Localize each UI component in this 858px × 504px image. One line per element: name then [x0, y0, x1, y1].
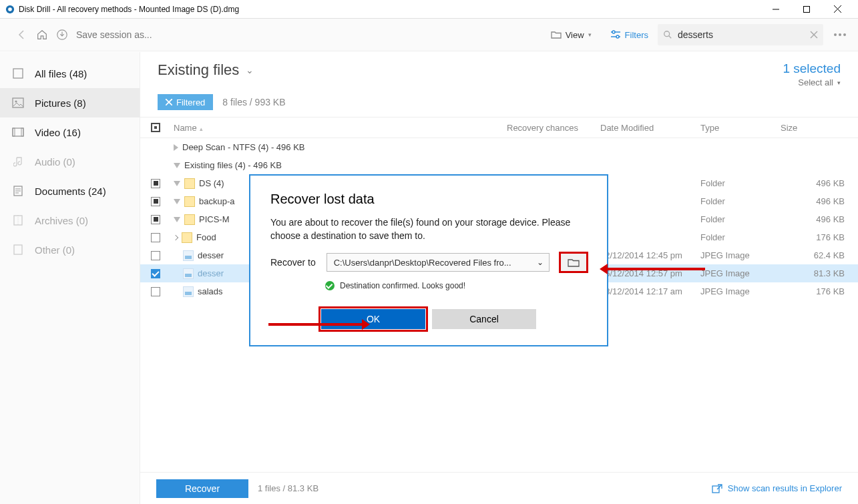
row-size: 496 KB	[778, 214, 851, 224]
annotation-arrow-to-ok	[268, 323, 363, 326]
home-button[interactable]	[32, 25, 52, 45]
row-type: JPEG Image	[698, 250, 778, 260]
sidebar-item-label: Audio (0)	[35, 156, 75, 168]
collapse-down-icon[interactable]	[174, 217, 180, 222]
page-title-label: Existing files	[158, 61, 239, 79]
image-file-icon	[183, 286, 194, 297]
column-header-recovery[interactable]: Recovery chances	[504, 123, 598, 133]
row-checkbox[interactable]	[151, 269, 160, 278]
row-type: Folder	[698, 178, 778, 188]
folder-icon	[568, 258, 580, 267]
svg-rect-20	[21, 128, 23, 136]
svg-rect-19	[13, 128, 15, 136]
column-header-date[interactable]: Date Modified	[598, 123, 698, 133]
collapse-down-icon[interactable]	[174, 163, 180, 168]
close-icon	[166, 99, 172, 105]
show-in-explorer-link[interactable]: Show scan results in Explorer	[712, 483, 842, 493]
select-all-button[interactable]: Select all ▾	[783, 77, 841, 87]
svg-point-10	[616, 35, 619, 38]
row-checkbox[interactable]	[151, 215, 160, 224]
destination-path-text: C:\Users\danpr\Desktop\Recovered Files f…	[334, 258, 511, 268]
window-close-button[interactable]	[822, 0, 853, 19]
page-title[interactable]: Existing files ⌄	[158, 61, 254, 79]
table-row[interactable]: Deep Scan - NTFS (4) - 496 KB	[140, 138, 858, 156]
chevron-down-icon: ⌄	[246, 65, 254, 75]
show-in-explorer-label: Show scan results in Explorer	[728, 483, 842, 493]
svg-rect-15	[13, 69, 23, 78]
row-size: 496 KB	[778, 196, 851, 206]
sidebar-item-label: Documents (24)	[35, 186, 106, 197]
row-type: Folder	[698, 232, 778, 242]
home-icon	[36, 29, 48, 41]
cancel-button[interactable]: Cancel	[432, 309, 536, 329]
table-row[interactable]: Existing files (4) - 496 KB	[140, 156, 858, 174]
row-checkbox[interactable]	[151, 179, 160, 188]
save-session-label[interactable]: Save session as...	[76, 29, 152, 40]
check-circle-icon	[325, 281, 335, 290]
image-file-icon	[183, 268, 194, 279]
expand-right-icon[interactable]	[174, 144, 178, 151]
row-name: salads	[198, 286, 223, 296]
row-name: desser	[198, 268, 224, 278]
other-icon	[12, 244, 24, 256]
filtered-chip[interactable]: Filtered	[158, 94, 213, 110]
sidebar-item-archives[interactable]: Archives (0)	[0, 206, 140, 235]
back-button[interactable]	[12, 25, 32, 45]
folder-icon	[184, 178, 195, 189]
sidebar-item-pictures[interactable]: Pictures (8)	[0, 88, 140, 117]
row-checkbox[interactable]	[151, 251, 160, 260]
row-size: 81.3 KB	[778, 268, 851, 278]
row-checkbox[interactable]	[151, 233, 160, 242]
row-checkbox[interactable]	[151, 287, 160, 296]
table-header: Name▴ Recovery chances Date Modified Typ…	[140, 117, 858, 138]
sidebar-item-label: All files (48)	[35, 68, 87, 79]
search-icon	[663, 30, 672, 39]
search-input[interactable]	[676, 29, 810, 41]
folder-icon	[184, 214, 195, 225]
pictures-icon	[12, 97, 24, 109]
sidebar-item-audio[interactable]: Audio (0)	[0, 147, 140, 176]
audio-icon	[12, 156, 24, 168]
view-button-label: View	[566, 30, 584, 40]
row-checkbox[interactable]	[151, 197, 160, 206]
recover-button[interactable]: Recover	[156, 479, 248, 498]
window-title: Disk Drill - All recovery methods - Moun…	[19, 5, 761, 14]
filters-button[interactable]: Filters	[601, 25, 658, 45]
expand-right-icon[interactable]	[173, 234, 178, 240]
window-maximize-button[interactable]	[791, 0, 822, 19]
save-session-icon-button[interactable]	[52, 25, 72, 45]
ok-button[interactable]: OK	[321, 309, 425, 329]
sidebar-item-all-files[interactable]: All files (48)	[0, 59, 140, 88]
sidebar-item-documents[interactable]: Documents (24)	[0, 176, 140, 206]
dialog-body: You are about to recover the file(s) fou…	[270, 216, 587, 242]
more-menu-button[interactable]	[834, 33, 846, 36]
documents-icon	[12, 185, 24, 197]
column-header-type[interactable]: Type	[698, 123, 778, 133]
sidebar-item-label: Archives (0)	[35, 215, 88, 226]
svg-rect-26	[14, 245, 22, 254]
svg-rect-29	[712, 486, 719, 493]
destination-dropdown[interactable]: C:\Users\danpr\Desktop\Recovered Files f…	[327, 253, 550, 272]
all-files-icon	[12, 67, 24, 79]
collapse-down-icon[interactable]	[174, 199, 180, 204]
chevron-down-icon: ▾	[588, 31, 592, 38]
collapse-down-icon[interactable]	[174, 181, 180, 186]
column-header-name[interactable]: Name▴	[171, 123, 504, 133]
row-name: desser	[198, 250, 224, 260]
clear-search-icon[interactable]	[810, 31, 818, 39]
sidebar-item-label: Pictures (8)	[35, 97, 86, 109]
sidebar-item-video[interactable]: Video (16)	[0, 117, 140, 147]
window-minimize-button[interactable]	[761, 0, 791, 19]
sidebar-item-other[interactable]: Other (0)	[0, 235, 140, 264]
search-input-container[interactable]	[658, 24, 823, 45]
destination-confirm-text: Destination confirmed. Looks good!	[340, 281, 465, 290]
svg-rect-18	[13, 128, 23, 136]
browse-folder-button[interactable]	[560, 253, 587, 272]
column-header-size[interactable]: Size	[778, 123, 851, 133]
select-all-checkbox[interactable]	[151, 123, 160, 132]
select-all-label: Select all	[798, 77, 833, 87]
selected-count: 1 selected	[783, 61, 841, 76]
view-button[interactable]: View ▾	[542, 25, 601, 45]
download-icon	[56, 29, 68, 41]
row-size: 176 KB	[778, 286, 851, 296]
